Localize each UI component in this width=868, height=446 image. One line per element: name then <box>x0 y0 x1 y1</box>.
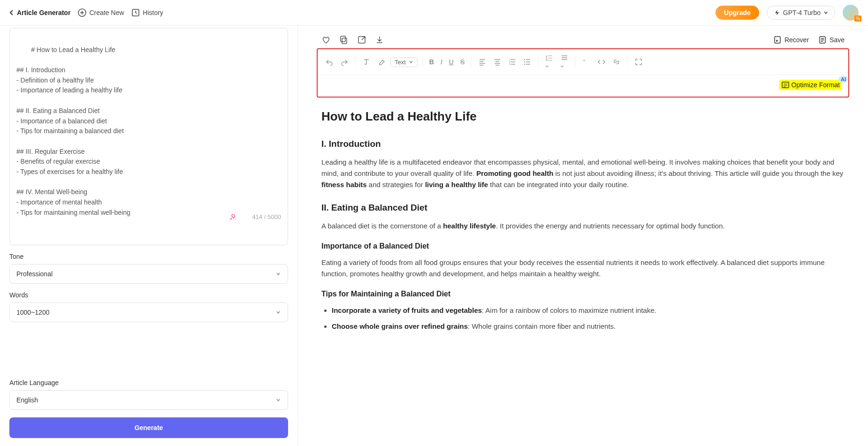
svg-point-12 <box>524 64 525 65</box>
history-icon <box>131 8 140 17</box>
model-selector[interactable]: GPT-4 Turbo <box>767 6 835 20</box>
chevron-down-icon <box>823 10 828 15</box>
align-center-button[interactable] <box>491 57 503 67</box>
avatar[interactable]: % <box>843 5 859 21</box>
recover-icon <box>773 36 782 44</box>
generate-button[interactable]: Generate <box>9 417 288 438</box>
code-button[interactable] <box>595 57 608 67</box>
editor-toolbar-box: Text B I U S 123 “ <box>317 48 849 98</box>
subsection-heading: Importance of a Balanced Diet <box>321 240 845 252</box>
plus-circle-icon <box>78 8 86 17</box>
recover-button[interactable]: Recover <box>773 36 809 44</box>
paragraph: Eating a variety of foods from all food … <box>321 257 845 280</box>
undo-button[interactable] <box>323 57 335 67</box>
lang-select[interactable]: English <box>9 390 288 410</box>
words-select[interactable]: 1000~1200 <box>9 302 288 322</box>
list-item: Incorporate a variety of fruits and vege… <box>332 305 845 316</box>
align-left-button[interactable] <box>476 57 488 67</box>
back-button[interactable]: Article Generator <box>9 9 70 16</box>
download-icon[interactable] <box>375 35 384 45</box>
optimize-format-button[interactable]: Optimize Format AI <box>779 80 842 90</box>
bullet-list-button[interactable] <box>521 57 533 67</box>
history-button[interactable]: History <box>131 8 163 17</box>
chevron-down-icon <box>409 60 413 64</box>
section-heading: II. Eating a Balanced Diet <box>321 201 845 215</box>
avatar-badge: % <box>854 15 861 22</box>
save-button[interactable]: Save <box>818 36 845 44</box>
svg-rect-2 <box>342 38 347 44</box>
article-title: How to Lead a Healthy Life <box>321 107 845 127</box>
ordered-list-button[interactable]: 123 <box>506 57 518 67</box>
section-heading: I. Introduction <box>321 137 845 151</box>
svg-text:3: 3 <box>509 63 510 66</box>
bolt-icon <box>774 9 780 16</box>
paragraph: Leading a healthy life is a multifaceted… <box>321 157 845 190</box>
svg-text:“: “ <box>583 58 586 66</box>
app-header: Article Generator Create New History Upg… <box>0 0 868 26</box>
chevron-down-icon <box>275 310 281 315</box>
article-content[interactable]: How to Lead a Healthy Life I. Introducti… <box>317 107 849 332</box>
save-icon <box>818 36 827 44</box>
line-height-button[interactable] <box>543 53 556 71</box>
outline-textarea[interactable]: # How to Lead a Healthy Life ## I. Intro… <box>9 28 288 245</box>
left-panel: # How to Lead a Healthy Life ## I. Intro… <box>0 26 298 446</box>
svg-point-10 <box>524 59 525 60</box>
italic-button[interactable]: I <box>439 57 444 67</box>
share-icon[interactable] <box>357 35 366 45</box>
svg-point-11 <box>524 61 525 62</box>
chevron-down-icon <box>275 397 281 403</box>
rocket-icon <box>229 195 249 240</box>
fullscreen-button[interactable] <box>632 57 645 67</box>
tone-select[interactable]: Professional <box>9 264 288 284</box>
words-label: Words <box>9 291 288 299</box>
subsection-heading: Tips for Maintaining a Balanced Diet <box>321 288 845 300</box>
right-panel: Recover Save Text B <box>298 26 868 446</box>
align-dropdown-button[interactable] <box>558 53 571 71</box>
bold-button[interactable]: B <box>427 57 436 67</box>
clear-format-button[interactable] <box>360 57 373 67</box>
editor-toolbar: Text B I U S 123 “ <box>318 49 848 75</box>
strike-button[interactable]: S <box>458 57 466 67</box>
create-new-button[interactable]: Create New <box>78 8 124 17</box>
list-item: Choose whole grains over refined grains:… <box>332 321 845 332</box>
svg-rect-5 <box>775 37 780 43</box>
lang-label: Article Language <box>9 379 288 386</box>
redo-button[interactable] <box>338 57 350 67</box>
tips-list: Incorporate a variety of fruits and vege… <box>321 305 845 332</box>
tone-label: Tone <box>9 253 288 260</box>
copy-icon[interactable] <box>339 35 349 45</box>
ai-badge: AI <box>838 76 848 83</box>
svg-rect-3 <box>341 36 345 42</box>
paragraph: A balanced diet is the cornerstone of a … <box>321 220 845 232</box>
quote-button[interactable]: “ <box>580 57 593 67</box>
chevron-down-icon <box>275 271 281 277</box>
format-icon <box>781 81 790 89</box>
heart-icon[interactable] <box>321 35 331 45</box>
upgrade-button[interactable]: Upgrade <box>716 6 759 20</box>
char-count: 414 / 5000 <box>229 195 281 240</box>
text-style-select[interactable]: Text <box>390 57 418 67</box>
eraser-button[interactable] <box>375 57 388 67</box>
underline-button[interactable]: U <box>447 57 456 67</box>
chevron-left-icon <box>9 9 14 16</box>
page-title: Article Generator <box>17 9 70 16</box>
link-button[interactable] <box>610 57 623 67</box>
